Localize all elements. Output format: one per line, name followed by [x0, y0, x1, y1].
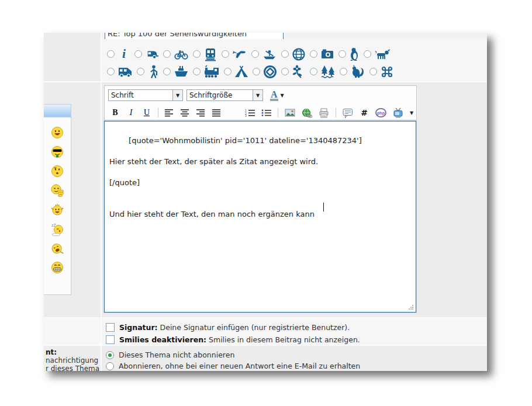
insert-php-icon[interactable]: php [375, 107, 386, 118]
subscribe-option-0-label: Dieses Thema nicht abonnieren [119, 351, 234, 359]
justify-icon[interactable] [212, 107, 222, 118]
subscribe-radio-0[interactable] [106, 351, 114, 359]
insert-video-dropdown-arrow[interactable]: ▼ [410, 110, 413, 116]
caravan-icon [145, 48, 159, 61]
font-color-dropdown-arrow[interactable]: ▼ [281, 93, 284, 98]
svg-text:php: php [377, 111, 385, 116]
ordered-list-icon[interactable]: 123 [245, 107, 255, 118]
post-icon-radio-locomotive[interactable] [193, 68, 201, 75]
post-options-label-column [44, 318, 101, 345]
editor-row: zZ Schrift ▼ Schriftgröße ▼ [44, 82, 487, 317]
subscription-label-fragment: nachrichtigung [46, 356, 98, 365]
post-icon-radio-hiker[interactable] [137, 68, 144, 75]
insert-image-icon[interactable] [285, 107, 295, 118]
insert-email-icon[interactable] [319, 107, 329, 118]
camera-icon [320, 48, 334, 61]
disable-smilies-label: Smilies deaktivieren: Smilies in diesem … [119, 335, 360, 344]
post-icon-radio-info[interactable] [107, 50, 115, 58]
smilie-grin[interactable] [50, 261, 64, 275]
bold-button[interactable]: B [110, 107, 120, 118]
post-editor-sheet: i [44, 33, 487, 371]
locomotive-icon [203, 65, 220, 79]
post-icon-radio-squirrel[interactable] [340, 68, 347, 75]
subject-row [44, 33, 487, 39]
rowing-icon [262, 48, 277, 61]
post-icon-radio-ship[interactable] [163, 68, 171, 75]
train-icon [203, 47, 217, 61]
font-size-value: Schriftgröße [189, 91, 232, 99]
toolbar-divider [336, 108, 336, 117]
post-icon-radio-camera[interactable] [310, 50, 317, 58]
post-icons-line-2 [107, 64, 487, 79]
post-icons-line-1: i [107, 46, 487, 62]
flower-icon [292, 65, 306, 79]
disable-smilies-checkbox[interactable] [106, 335, 115, 344]
post-icon-radio-train[interactable] [193, 50, 201, 58]
post-options-row: Signatur: Deine Signatur einfügen (nur r… [44, 318, 487, 345]
insert-quote-icon[interactable] [343, 107, 353, 118]
squirrel-icon [350, 65, 365, 79]
dog-icon [374, 48, 391, 61]
text-cursor [323, 203, 324, 211]
smilie-huh[interactable] [50, 164, 64, 178]
subscription-label-fragment: r dieses Thema [46, 365, 99, 371]
font-family-select[interactable]: Schrift ▼ [108, 89, 183, 101]
font-color-button[interactable]: A ▼ [270, 90, 284, 101]
resize-grip[interactable] [408, 304, 414, 310]
signature-checkbox[interactable] [106, 323, 115, 332]
smilie-cheer[interactable] [50, 203, 64, 217]
tent-icon [234, 65, 248, 78]
font-family-dropdown-arrow[interactable]: ▼ [172, 90, 182, 100]
subscription-label-fragment: nt: [46, 348, 57, 356]
insert-code-icon[interactable]: # [360, 107, 369, 118]
post-icon-radio-dog[interactable] [364, 50, 371, 58]
message-textarea[interactable]: [quote='Wohnmobilistin' pid='1011' datel… [104, 121, 416, 313]
editor-toolbar: Schrift ▼ Schriftgröße ▼ A ▼ B I U [104, 85, 417, 120]
subscribe-option-1-label: Abonnieren, ohne bei einer neuen Antwort… [119, 362, 360, 370]
insert-video-icon[interactable] [393, 107, 403, 118]
svg-text:i: i [122, 48, 126, 61]
post-icon-radio-bicycle[interactable] [163, 50, 171, 58]
globe-icon [292, 47, 306, 61]
smilie-punch[interactable] [50, 183, 64, 197]
smilie-sleepy[interactable]: zZ [50, 222, 64, 236]
post-icon-radio-globe[interactable] [281, 50, 289, 58]
align-right-icon[interactable] [196, 107, 206, 118]
post-icon-radio-spiral-emblem[interactable] [253, 68, 260, 75]
hiker-icon [147, 65, 159, 79]
post-icon-radio-rowing[interactable] [251, 50, 259, 58]
smilie-smile[interactable] [50, 126, 64, 140]
smilie-cool[interactable] [50, 145, 64, 159]
unordered-list-icon[interactable] [261, 107, 271, 118]
message-text: [quote='Wohnmobilistin' pid='1011' datel… [109, 136, 362, 218]
smilie-panel: zZ [44, 104, 71, 295]
post-icon-radio-motorhome[interactable] [107, 68, 115, 75]
post-icon-radio-tent[interactable] [224, 68, 232, 75]
subscribe-radio-1[interactable] [106, 362, 114, 370]
motorhome-icon [118, 65, 133, 78]
post-icon-radio-command[interactable] [369, 68, 377, 75]
post-icon-radio-flower[interactable] [281, 68, 289, 75]
smilie-rofl[interactable] [50, 241, 64, 255]
post-icon-radio-caravan[interactable] [134, 50, 142, 58]
underline-button[interactable]: U [142, 107, 151, 118]
signature-label: Signatur: Deine Signatur einfügen (nur r… [119, 323, 350, 332]
insert-link-icon[interactable] [302, 107, 312, 118]
post-icon-radio-park-trees[interactable] [310, 68, 317, 75]
italic-button[interactable]: I [126, 107, 136, 118]
align-left-icon[interactable] [165, 107, 174, 118]
penguin-icon [349, 47, 360, 61]
toolbar-divider [158, 108, 158, 117]
airplane-icon [232, 48, 247, 61]
subject-input[interactable] [105, 33, 284, 39]
post-icon-radio-airplane[interactable] [222, 50, 229, 58]
svg-text:3: 3 [245, 114, 247, 117]
park-trees-icon [320, 65, 336, 79]
align-center-icon[interactable] [181, 107, 190, 118]
post-icon-radio-penguin[interactable] [338, 50, 346, 58]
font-size-dropdown-arrow[interactable]: ▼ [253, 90, 262, 100]
command-icon [380, 65, 394, 79]
font-size-select[interactable]: Schriftgröße ▼ [186, 89, 263, 101]
bicycle-icon [174, 48, 189, 61]
info-icon: i [118, 48, 130, 61]
